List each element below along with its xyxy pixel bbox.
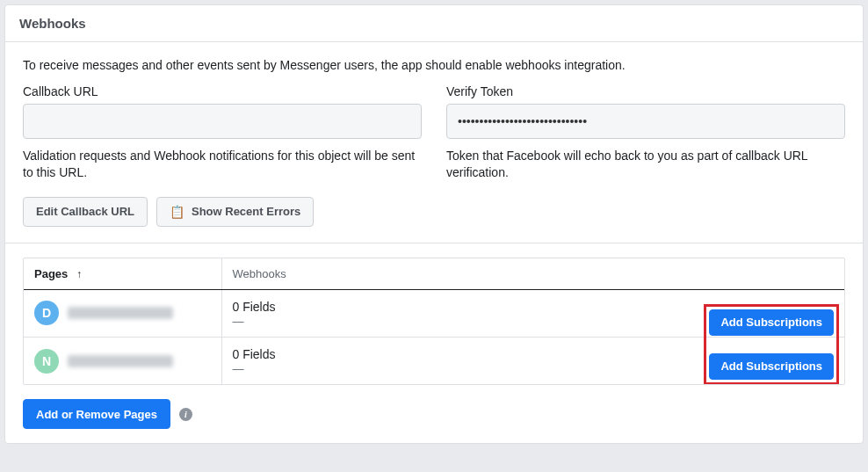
page-name-redacted: [68, 307, 173, 319]
fields-count: 0 Fields: [233, 299, 694, 315]
callback-url-input[interactable]: [23, 104, 422, 139]
pages-section: Pages ↑ Webhooks D: [5, 243, 863, 443]
table-row: N 0 Fields — Add Subscriptions Add Subsc…: [24, 337, 844, 384]
page-avatar: N: [34, 349, 59, 374]
card-title: Webhooks: [19, 16, 86, 31]
webhooks-column-header: Webhooks: [221, 258, 844, 290]
add-or-remove-pages-button[interactable]: Add or Remove Pages: [23, 399, 170, 429]
intro-text: To receive messages and other events sen…: [23, 58, 845, 72]
fields-sub: —: [233, 315, 694, 328]
page-avatar: D: [34, 301, 59, 325]
callback-url-label: Callback URL: [23, 84, 422, 98]
callback-col: Callback URL Validation requests and Web…: [23, 84, 422, 181]
show-recent-errors-button[interactable]: 📋 Show Recent Errors: [156, 197, 314, 227]
page-cell: D: [34, 301, 211, 325]
pages-table: Pages ↑ Webhooks D: [23, 258, 845, 385]
pages-header-label: Pages: [34, 267, 68, 280]
sort-up-icon: ↑: [76, 268, 82, 280]
highlight-box: Add Subscriptions Add Subscriptions: [704, 304, 839, 385]
verify-token-label: Verify Token: [446, 84, 845, 98]
info-icon[interactable]: i: [179, 408, 192, 421]
footer-row: Add or Remove Pages i: [23, 399, 845, 429]
fields-count: 0 Fields: [233, 346, 694, 362]
verify-col: Verify Token Token that Facebook will ec…: [446, 84, 845, 181]
page-cell: N: [34, 349, 211, 374]
add-subscriptions-button[interactable]: Add Subscriptions: [709, 309, 834, 336]
show-errors-label: Show Recent Errors: [192, 205, 300, 218]
clipboard-icon: 📋: [170, 205, 184, 219]
card-header: Webhooks: [5, 5, 863, 42]
form-row: Callback URL Validation requests and Web…: [23, 84, 845, 181]
card-body: To receive messages and other events sen…: [5, 42, 863, 243]
fields-sub: —: [233, 362, 694, 375]
edit-callback-button[interactable]: Edit Callback URL: [23, 197, 148, 227]
callback-url-help: Validation requests and Webhook notifica…: [23, 148, 422, 181]
add-subscriptions-button[interactable]: Add Subscriptions: [709, 353, 834, 380]
button-row: Edit Callback URL 📋 Show Recent Errors: [23, 197, 845, 227]
pages-column-header[interactable]: Pages ↑: [24, 258, 221, 290]
verify-token-input[interactable]: [446, 104, 845, 139]
webhooks-card: Webhooks To receive messages and other e…: [4, 4, 864, 444]
page-name-redacted: [68, 355, 173, 367]
verify-token-help: Token that Facebook will echo back to yo…: [446, 148, 845, 181]
